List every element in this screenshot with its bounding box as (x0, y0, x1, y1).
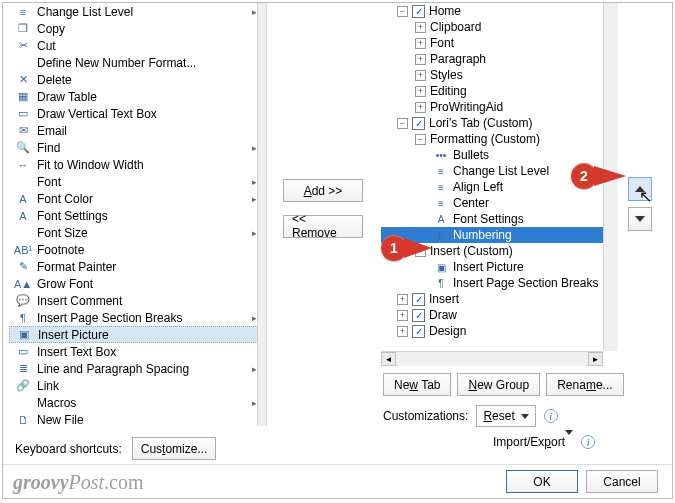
command-item[interactable]: AB¹Footnote (9, 241, 266, 258)
command-label: Font Color (37, 192, 93, 206)
tree-item[interactable]: −✓Lori's Tab (Custom) (381, 115, 615, 131)
command-item[interactable]: 🔗Link (9, 377, 266, 394)
ribbon-tree[interactable]: −✓Home+Clipboard+Font+Paragraph+Styles+E… (381, 3, 615, 351)
command-item[interactable]: ≣Line and Paragraph Spacing▸ (9, 360, 266, 377)
expand-icon[interactable]: + (415, 102, 426, 113)
tree-item[interactable]: ≡Center (381, 195, 615, 211)
tree-item[interactable]: 1.Numbering (381, 227, 615, 243)
command-item[interactable]: 🗋New File (9, 411, 266, 426)
command-item[interactable]: ▣Insert Picture (9, 326, 266, 343)
commands-listbox[interactable]: ≡Change List Level▸❐Copy✂CutDefine New N… (9, 3, 267, 426)
scrollbar-h-right[interactable]: ◄ ► (381, 351, 603, 366)
tree-item[interactable]: +✓Draw (381, 307, 615, 323)
tree-item[interactable]: −✓Home (381, 3, 615, 19)
tree-label: Lori's Tab (Custom) (429, 116, 532, 130)
A-icon: A (433, 211, 449, 227)
checkbox-icon[interactable]: ✓ (412, 117, 425, 130)
command-item[interactable]: Macros▸ (9, 394, 266, 411)
tree-item[interactable]: +Editing (381, 83, 615, 99)
expand-icon[interactable]: + (397, 326, 408, 337)
cancel-button[interactable]: Cancel (586, 470, 658, 493)
expand-icon[interactable]: + (415, 86, 426, 97)
rename-button[interactable]: Rename... (546, 373, 623, 396)
command-item[interactable]: ✉Email (9, 122, 266, 139)
tree-item[interactable]: ▣Insert Picture (381, 259, 615, 275)
command-item[interactable]: ❐Copy (9, 20, 266, 37)
blank-icon (15, 395, 31, 411)
watermark: groovyPost.com (13, 471, 144, 494)
command-item[interactable]: ↔Fit to Window Width (9, 156, 266, 173)
tree-item[interactable]: +Paragraph (381, 51, 615, 67)
command-label: Insert Text Box (37, 345, 116, 359)
command-label: Delete (37, 73, 72, 87)
info-icon[interactable]: i (581, 435, 595, 449)
new-tab-button[interactable]: New Tab (383, 373, 451, 396)
submenu-icon: ▸ (252, 7, 262, 17)
customize-button[interactable]: Customize... (132, 437, 217, 460)
command-item[interactable]: Define New Number Format... (9, 54, 266, 71)
command-item[interactable]: A▲Grow Font (9, 275, 266, 292)
collapse-icon[interactable]: − (415, 134, 426, 145)
A-icon: A (15, 208, 31, 224)
expand-icon[interactable]: + (415, 70, 426, 81)
checkbox-icon[interactable]: ✓ (412, 309, 425, 322)
tree-item[interactable]: ≡Align Left (381, 179, 615, 195)
tree-item[interactable]: +Styles (381, 67, 615, 83)
import-export-dropdown[interactable]: Import/Export (493, 435, 573, 449)
expand-icon[interactable]: + (415, 54, 426, 65)
command-item[interactable]: ¶Insert Page Section Breaks▸ (9, 309, 266, 326)
collapse-icon[interactable]: − (415, 246, 426, 257)
tree-label: Insert Page Section Breaks (453, 276, 598, 290)
collapse-icon[interactable]: − (397, 118, 408, 129)
command-item[interactable]: ✂Cut (9, 37, 266, 54)
tree-item[interactable]: −Formatting (Custom) (381, 131, 615, 147)
command-item[interactable]: ▭Insert Text Box (9, 343, 266, 360)
reset-dropdown[interactable]: Reset (476, 405, 535, 427)
scroll-left-icon[interactable]: ◄ (381, 352, 396, 366)
checkbox-icon[interactable]: ✓ (412, 325, 425, 338)
fit-icon: ↔ (15, 157, 31, 173)
command-item[interactable]: ▭Draw Vertical Text Box (9, 105, 266, 122)
new-group-button[interactable]: New Group (457, 373, 540, 396)
tree-item[interactable]: +Clipboard (381, 19, 615, 35)
add-button[interactable]: Add >> (283, 179, 363, 202)
collapse-icon[interactable]: − (397, 6, 408, 17)
tree-item[interactable]: AFont Settings (381, 211, 615, 227)
checkbox-icon[interactable]: ✓ (412, 5, 425, 18)
command-item[interactable]: 🔍Find▸ (9, 139, 266, 156)
command-item[interactable]: AFont Settings (9, 207, 266, 224)
command-item[interactable]: Font▸ (9, 173, 266, 190)
tree-item[interactable]: ¶Insert Page Section Breaks (381, 275, 615, 291)
expand-icon[interactable]: + (415, 22, 426, 33)
expand-icon[interactable]: + (415, 38, 426, 49)
info-icon[interactable]: i (544, 409, 558, 423)
expand-icon[interactable]: + (397, 310, 408, 321)
move-up-button[interactable] (628, 177, 652, 201)
tree-item[interactable]: −Insert (Custom) (381, 243, 615, 259)
ok-button[interactable]: OK (506, 470, 578, 493)
command-item[interactable]: ▦Draw Table (9, 88, 266, 105)
tree-item[interactable]: +ProWritingAid (381, 99, 615, 115)
command-item[interactable]: Font Size▸ (9, 224, 266, 241)
tree-label: Insert (429, 292, 459, 306)
tree-item[interactable]: •••Bullets (381, 147, 615, 163)
command-item[interactable]: ≡Change List Level▸ (9, 3, 266, 20)
command-item[interactable]: AFont Color▸ (9, 190, 266, 207)
pic-icon: ▣ (433, 259, 449, 275)
scrollbar-v-right[interactable] (603, 3, 618, 351)
tree-item[interactable]: ≡Change List Level (381, 163, 615, 179)
command-item[interactable]: 💬Insert Comment (9, 292, 266, 309)
command-item[interactable]: ✎Format Painter (9, 258, 266, 275)
import-export-row: Import/Export i (493, 435, 595, 449)
move-down-button[interactable] (628, 207, 652, 231)
tree-item[interactable]: +✓Insert (381, 291, 615, 307)
tree-item[interactable]: +✓Design (381, 323, 615, 339)
tree-label: Paragraph (430, 52, 486, 66)
tree-item[interactable]: +Font (381, 35, 615, 51)
tree-label: Home (429, 4, 461, 18)
remove-button[interactable]: << Remove (283, 215, 363, 238)
command-item[interactable]: ✕Delete (9, 71, 266, 88)
checkbox-icon[interactable]: ✓ (412, 293, 425, 306)
expand-icon[interactable]: + (397, 294, 408, 305)
scroll-right-icon[interactable]: ► (588, 352, 603, 366)
